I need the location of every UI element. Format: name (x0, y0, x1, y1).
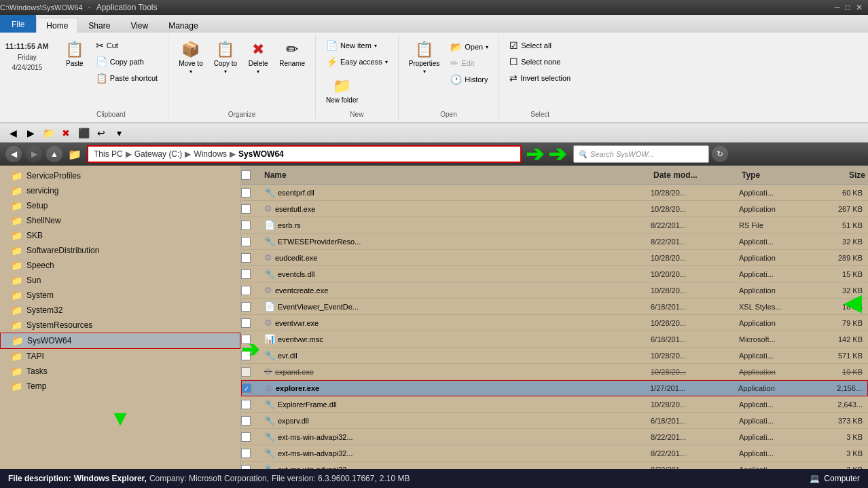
table-row[interactable]: ⚙eudcedit.exe 10/28/20... Application 28… (241, 250, 868, 266)
nav-back-button[interactable]: ◀ (5, 146, 22, 162)
qa-forward-button[interactable]: ▶ (23, 126, 38, 140)
col-header-date[interactable]: Date mod... (651, 170, 739, 180)
invert-selection-button[interactable]: ⇄ Invert selection (505, 71, 575, 86)
sidebar-item-shellnew[interactable]: 📁 ShellNew (0, 213, 240, 228)
tab-manage[interactable]: Manage (158, 18, 208, 33)
qa-customize-button[interactable]: ▾ (111, 126, 126, 140)
close-icon[interactable]: ✕ (856, 3, 863, 12)
copy-path-button[interactable]: 📄 Copy path (91, 54, 162, 69)
tab-home[interactable]: Home (36, 18, 78, 33)
new-item-button[interactable]: 📄 New item ▾ (321, 38, 382, 53)
paste-button[interactable]: 📋 Paste (60, 38, 90, 70)
move-to-button[interactable]: 📦 Move to ▾ (174, 38, 208, 77)
sidebar-item-system32[interactable]: 📁 System32 (0, 303, 240, 318)
refresh-button[interactable]: ↻ (712, 146, 728, 162)
row-checkbox[interactable] (241, 253, 251, 263)
row-checkbox[interactable] (241, 367, 251, 377)
row-checkbox[interactable] (241, 416, 251, 426)
table-row[interactable]: 📊eventvwr.msc 6/18/201... Microsoft... 1… (241, 331, 868, 348)
row-checkbox[interactable] (241, 400, 251, 409)
row-checkbox[interactable] (241, 432, 251, 442)
qa-folder-button[interactable]: 📁 (41, 126, 56, 140)
table-row[interactable]: 🔧ext-ms-win-advapi32... 8/22/201... Appl… (241, 445, 868, 462)
table-row[interactable]: 📄esrb.rs 8/22/201... RS File 51 KB (241, 217, 868, 233)
table-row[interactable]: 🔧ExplorerFrame.dll 10/28/20... Applicati… (241, 396, 868, 413)
nav-up-button[interactable]: ▲ (46, 146, 62, 162)
select-none-button[interactable]: ☐ Select none (505, 54, 565, 69)
sidebar-item-sun[interactable]: 📁 Sun (0, 273, 240, 288)
tab-view[interactable]: View (120, 18, 158, 33)
rename-button[interactable]: ✏ Rename (274, 38, 310, 70)
properties-button[interactable]: 📋 Properties ▾ (404, 38, 445, 77)
history-button[interactable]: 🕐 History (446, 72, 493, 87)
row-checkbox[interactable] (241, 188, 251, 198)
sidebar-item-speech[interactable]: 📁 Speech (0, 258, 240, 273)
sidebar-item-serviceprofiles[interactable]: 📁 ServiceProfiles (0, 168, 240, 183)
breadcrumb-current[interactable]: SysWOW64 (238, 149, 284, 159)
sidebar-resize-handle[interactable] (236, 166, 241, 469)
table-row[interactable]: ⚙expand.exe 10/28/20... Application 19 K… (241, 364, 868, 380)
minimize-icon[interactable]: ─ (834, 3, 840, 12)
sidebar-item-setup[interactable]: 📁 Setup (0, 198, 240, 213)
table-row[interactable]: 🔧evr.dll 10/28/20... Applicati... 571 KB (241, 348, 868, 364)
copy-to-button[interactable]: 📋 Copy to ▾ (209, 38, 242, 77)
row-checkbox[interactable] (241, 269, 251, 279)
sidebar-item-systemresources[interactable]: 📁 SystemResources (0, 318, 240, 333)
table-row[interactable]: 🔧ext-ms-win-advapi32... 8/22/201... Appl… (241, 429, 868, 445)
paste-shortcut-button[interactable]: 📋 Paste shortcut (91, 71, 162, 86)
row-checkbox[interactable] (241, 286, 251, 295)
table-row[interactable]: ⚙eventcreate.exe 10/28/20... Application… (241, 282, 868, 299)
table-row-explorer[interactable]: ✓ ⚙explorer.exe 1/27/201... Application … (241, 380, 868, 396)
breadcrumb-pc[interactable]: This PC (94, 149, 123, 159)
qa-back-button[interactable]: ◀ (5, 126, 20, 140)
row-checkbox[interactable] (241, 237, 251, 246)
folder-icon: 📁 (11, 290, 22, 301)
row-checkbox[interactable] (241, 318, 251, 328)
new-folder-button[interactable]: 📁 New folder (321, 75, 363, 107)
cut-button[interactable]: ✂ Cut (91, 38, 162, 53)
qa-undo-button[interactable]: ↩ (94, 126, 109, 140)
row-checkbox[interactable] (241, 221, 251, 230)
sidebar-item-tasks[interactable]: 📁 Tasks (0, 364, 240, 379)
select-all-checkbox[interactable] (241, 170, 251, 180)
col-header-name[interactable]: Name (261, 170, 651, 180)
qa-properties-button[interactable]: ⬛ (76, 126, 91, 140)
delete-button[interactable]: ✖ Delete ▾ (243, 38, 273, 77)
sidebar-item-servicing[interactable]: 📁 servicing (0, 183, 240, 198)
file-icon: ⚙ (264, 204, 272, 214)
maximize-icon[interactable]: □ (846, 3, 850, 12)
open-button[interactable]: 📂 Open ▾ (446, 39, 493, 54)
table-row[interactable]: ⚙eventvwr.exe 10/28/20... Application 79… (241, 315, 868, 331)
col-header-size[interactable]: Size (814, 170, 868, 180)
row-checkbox[interactable] (241, 302, 251, 312)
table-row[interactable]: 🔧ETWESEProviderReso... 8/22/201... Appli… (241, 233, 868, 250)
breadcrumb-windows[interactable]: Windows (194, 149, 227, 159)
select-all-button[interactable]: ☑ Select all (505, 38, 556, 53)
table-row[interactable]: 🔧esentprf.dll 10/28/20... Applicati... 6… (241, 185, 868, 201)
qa-delete-button[interactable]: ✖ (58, 126, 73, 140)
sidebar-item-temp[interactable]: 📁 Temp (0, 379, 240, 394)
row-checkbox[interactable]: ✓ (242, 383, 251, 393)
col-header-type[interactable]: Type (739, 170, 814, 180)
table-row[interactable]: 🔧eventcls.dll 10/20/20... Applicati... 1… (241, 266, 868, 282)
edit-button[interactable]: ✏ Edit (446, 56, 493, 71)
table-row[interactable]: 🔧expsrv.dll 6/18/201... Applicati... 373… (241, 413, 868, 429)
tab-share[interactable]: Share (78, 18, 120, 33)
sidebar-item-syswow64[interactable]: 📁 SysWOW64 (0, 333, 240, 349)
breadcrumb-drive[interactable]: Gateway (C:) (134, 149, 183, 159)
sidebar-item-softwaredistribution[interactable]: 📁 SoftwareDistribution (0, 243, 240, 258)
row-checkbox[interactable] (241, 449, 251, 458)
address-path-bar[interactable]: This PC ▶ Gateway (C:) ▶ Windows ▶ SysWO… (87, 145, 522, 163)
edit-icon: ✏ (450, 58, 458, 69)
table-row[interactable]: 📄EventViewer_EventDe... 6/18/201... XSL … (241, 299, 868, 315)
sidebar-item-skb[interactable]: 📁 SKB (0, 228, 240, 243)
sidebar-item-system[interactable]: 📁 System (0, 288, 240, 303)
easy-access-button[interactable]: ⚡ Easy access ▾ (321, 54, 393, 69)
tab-file[interactable]: File (0, 15, 36, 33)
table-row[interactable]: ⚙esentutl.exe 10/28/20... Application 26… (241, 201, 868, 217)
sidebar-item-tapi[interactable]: 📁 TAPI (0, 349, 240, 364)
row-checkbox[interactable] (241, 204, 251, 214)
search-box[interactable]: 🔍 Search SysWOW... (573, 145, 709, 163)
status-size: 2.10 MB (380, 474, 410, 483)
nav-forward-button[interactable]: ▶ (26, 146, 42, 162)
